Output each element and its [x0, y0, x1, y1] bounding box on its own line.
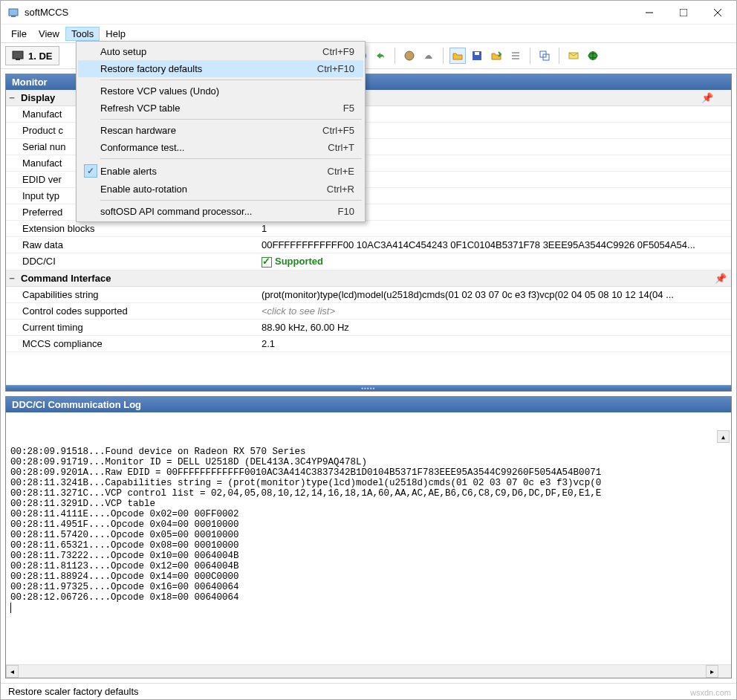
property-row[interactable]: Extension blocks1 [6, 221, 731, 237]
property-label: DDC/CI [6, 253, 259, 270]
status-text: Restore scaler factory defaults [8, 686, 139, 697]
log-line: 00:28:09.91518...Found device on Radeon … [10, 447, 727, 457]
menu-item[interactable]: Refresh VCP tableF5 [78, 100, 363, 117]
maximize-button[interactable] [666, 1, 701, 24]
mail-icon[interactable] [565, 48, 582, 64]
menu-separator [100, 80, 362, 80]
menu-item[interactable]: Auto setupCtrl+F9 [78, 43, 363, 60]
panel-splitter[interactable]: ▪▪▪▪▪ [6, 385, 731, 391]
toolbar-separator [530, 48, 530, 64]
windows-icon[interactable] [536, 48, 553, 64]
property-row[interactable]: Current timing88.90 kHz, 60.00 Hz [6, 320, 731, 336]
pin-icon[interactable]: 📌 [701, 92, 718, 103]
menu-label: Conformance test... [100, 142, 328, 153]
menu-label: Restore factory defaults [100, 63, 317, 74]
menu-separator [100, 119, 362, 120]
horizontal-scrollbar[interactable]: ◂ ▸ [6, 664, 731, 678]
menu-label: Enable alerts [100, 166, 328, 177]
menu-item[interactable]: Rescan hardwareCtrl+F5 [78, 122, 363, 139]
property-value[interactable]: 88.90 kHz, 60.00 Hz [259, 320, 731, 335]
property-row[interactable]: Raw data00FFFFFFFFFFFF00 10AC3A414C45424… [6, 237, 731, 253]
property-value[interactable]: <click to see list> [259, 303, 731, 319]
app-icon [8, 7, 20, 19]
globe-icon[interactable] [585, 48, 601, 64]
property-value[interactable]: 2.1 [259, 336, 731, 351]
property-row[interactable]: DDC/CISupported [6, 253, 731, 270]
property-row[interactable]: MCCS compliance2.1 [6, 336, 731, 352]
log-line: 00:28:11.3241B...Capabilities string = (… [10, 478, 727, 488]
tool2-icon[interactable] [421, 48, 437, 64]
log-line: 00:28:11.81123....Opcode 0x12=00 0064004… [10, 561, 727, 571]
pin-icon[interactable]: 📌 [715, 273, 731, 284]
menu-item[interactable]: Restore VCP values (Undo) [78, 82, 363, 100]
menu-view[interactable]: View [33, 27, 65, 41]
property-label: Current timing [6, 320, 259, 335]
property-label: Extension blocks [6, 221, 259, 236]
monitor-tab-label: 1. DE [28, 51, 53, 62]
property-value[interactable]: Supported [259, 253, 731, 270]
menu-item[interactable]: Conformance test...Ctrl+T [78, 139, 363, 156]
menu-help[interactable]: Help [100, 27, 132, 41]
property-row[interactable]: Capabilities string(prot(monitor)type(lc… [6, 287, 731, 303]
property-value[interactable]: 00FFFFFFFFFFFF00 10AC3A414C454243 0F1C01… [259, 237, 731, 253]
log-textarea[interactable]: ▴ 00:28:09.91518...Found device on Radeo… [6, 412, 731, 664]
menu-label: Rescan hardware [100, 125, 322, 136]
export-icon[interactable] [488, 48, 504, 64]
log-line: 00:28:11.65321....Opcode 0x08=00 0001000… [10, 540, 727, 551]
monitor-tab[interactable]: 1. DE [5, 46, 59, 65]
log-line: 00:28:11.3271C...VCP control list = 02,0… [10, 488, 727, 499]
checkbox-icon [262, 257, 272, 268]
save-icon[interactable] [469, 48, 485, 64]
property-value[interactable]: (prot(monitor)type(lcd)model(u2518d)cmds… [259, 287, 731, 302]
app-window: softMCCS File View Tools Help Auto setup… [0, 0, 737, 700]
svg-rect-11 [475, 52, 479, 55]
window-title: softMCCS [25, 7, 632, 18]
command-interface-section-header[interactable]: − Command Interface 📌 [6, 270, 731, 287]
log-line: 00:28:09.91719...Monitor ID = DELL U2518… [10, 457, 727, 467]
log-line: 00:28:11.97325....Opcode 0x16=00 0064006… [10, 582, 727, 592]
menu-item[interactable]: ✓Enable alertsCtrl+E [78, 161, 363, 181]
open-folder-icon[interactable] [449, 48, 466, 64]
menu-accelerator: Ctrl+T [328, 142, 359, 153]
title-bar: softMCCS [1, 1, 736, 25]
svg-rect-6 [13, 51, 23, 59]
property-value[interactable]: 1 [259, 221, 731, 236]
menu-accelerator: Ctrl+F9 [322, 46, 359, 57]
watermark: wsxdn.com [690, 688, 731, 697]
log-panel: DDC/CI Communication Log ▴ 00:28:09.9151… [5, 396, 732, 678]
menu-label: softOSD API command processor... [100, 206, 338, 217]
list-icon[interactable] [507, 48, 524, 64]
scroll-up-button[interactable]: ▴ [717, 430, 730, 443]
menu-separator [100, 158, 362, 159]
log-line: 00:28:09.9201A...Raw EDID = 00FFFFFFFFFF… [10, 467, 727, 478]
collapse-icon[interactable]: − [6, 92, 18, 103]
menu-file[interactable]: File [5, 27, 33, 41]
menu-accelerator: F5 [343, 103, 359, 114]
menu-label: Auto setup [100, 46, 322, 57]
menu-accelerator: Ctrl+E [328, 166, 359, 177]
menu-label: Enable auto-rotation [100, 184, 327, 195]
menubar: File View Tools Help Auto setupCtrl+F9Re… [1, 25, 736, 42]
menu-item[interactable]: softOSD API command processor...F10 [78, 203, 363, 220]
menu-tools[interactable]: Tools [65, 27, 100, 41]
tool1-icon[interactable] [401, 48, 418, 64]
minimize-button[interactable] [632, 1, 666, 24]
menu-item[interactable]: Restore factory defaultsCtrl+F10 [78, 60, 363, 77]
scroll-left-button[interactable]: ◂ [6, 665, 19, 678]
property-row[interactable]: Control codes supported<click to see lis… [6, 303, 731, 320]
toolbar-separator [443, 48, 444, 64]
undo-icon[interactable] [372, 48, 389, 64]
log-line: 00:28:11.3291D...VCP table [10, 499, 727, 509]
svg-rect-1 [11, 16, 16, 17]
menu-item[interactable]: Enable auto-rotationCtrl+R [78, 181, 363, 198]
close-button[interactable] [701, 1, 735, 24]
tools-dropdown: Auto setupCtrl+F9Restore factory default… [76, 41, 366, 222]
collapse-icon[interactable]: − [6, 273, 18, 284]
monitor-icon [12, 49, 25, 62]
svg-rect-3 [680, 9, 687, 16]
property-label: MCCS compliance [6, 336, 259, 351]
scroll-right-button[interactable]: ▸ [706, 665, 718, 678]
svg-rect-0 [9, 9, 18, 16]
toolbar-separator [559, 48, 559, 64]
statusbar: Restore scaler factory defaults wsxdn.co… [1, 683, 736, 699]
